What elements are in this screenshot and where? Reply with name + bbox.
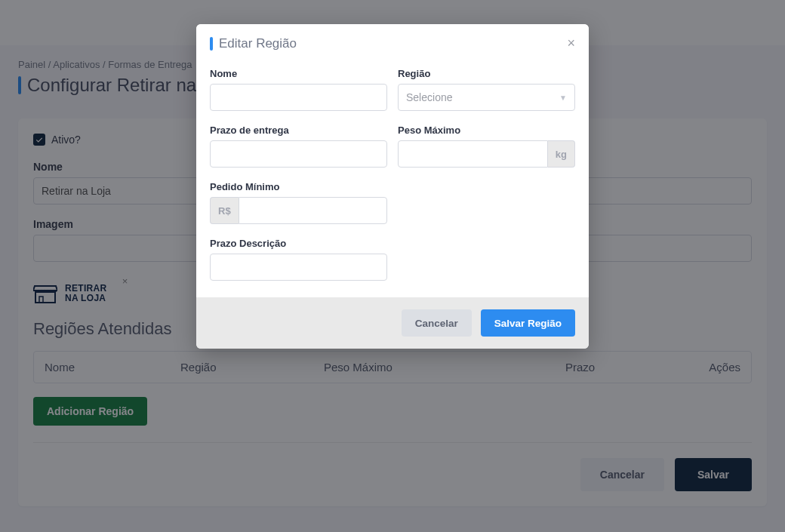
modal-prazo-desc-field: Prazo Descrição xyxy=(210,238,387,281)
modal-peso-input-group: kg xyxy=(398,140,575,168)
close-icon[interactable]: × xyxy=(567,36,575,50)
edit-region-modal: Editar Região × Nome Região Selecione ▼ … xyxy=(196,24,589,349)
modal-prazo-input[interactable] xyxy=(210,140,387,168)
modal-title-row: Editar Região × xyxy=(210,36,575,51)
modal-peso-input[interactable] xyxy=(398,140,548,168)
modal-prazo-desc-label: Prazo Descrição xyxy=(210,238,387,249)
modal-regiao-field: Região Selecione ▼ xyxy=(398,68,575,111)
modal-peso-suffix: kg xyxy=(548,140,575,168)
modal-pedido-prefix: R$ xyxy=(210,197,239,224)
modal-nome-label: Nome xyxy=(210,68,387,79)
modal-nome-input[interactable] xyxy=(210,84,387,111)
modal-title: Editar Região xyxy=(219,36,297,51)
modal-pedido-input[interactable] xyxy=(239,197,387,224)
modal-peso-field: Peso Máximo kg xyxy=(398,125,575,168)
modal-prazo-field: Prazo de entrega xyxy=(210,125,387,168)
modal-pedido-field: Pedido Mínimo R$ xyxy=(210,181,387,224)
modal-cancel-button[interactable]: Cancelar xyxy=(402,309,472,337)
modal-pedido-input-group: R$ xyxy=(210,197,387,224)
empty-cell xyxy=(398,181,575,224)
modal-regiao-label: Região xyxy=(398,68,575,79)
modal-prazo-desc-input[interactable] xyxy=(210,254,387,281)
modal-regiao-placeholder: Selecione xyxy=(406,91,453,103)
chevron-down-icon: ▼ xyxy=(559,94,567,102)
modal-form-grid: Nome Região Selecione ▼ Prazo de entrega… xyxy=(210,68,575,281)
modal-peso-label: Peso Máximo xyxy=(398,125,575,136)
modal-save-button[interactable]: Salvar Região xyxy=(481,309,575,337)
modal-nome-field: Nome xyxy=(210,68,387,111)
modal-pedido-label: Pedido Mínimo xyxy=(210,181,387,192)
modal-overlay: Editar Região × Nome Região Selecione ▼ … xyxy=(0,0,785,532)
modal-title-accent xyxy=(210,37,213,51)
modal-prazo-label: Prazo de entrega xyxy=(210,125,387,136)
modal-body: Editar Região × Nome Região Selecione ▼ … xyxy=(196,24,589,297)
modal-footer: Cancelar Salvar Região xyxy=(196,297,589,349)
modal-regiao-select[interactable]: Selecione ▼ xyxy=(398,84,575,111)
